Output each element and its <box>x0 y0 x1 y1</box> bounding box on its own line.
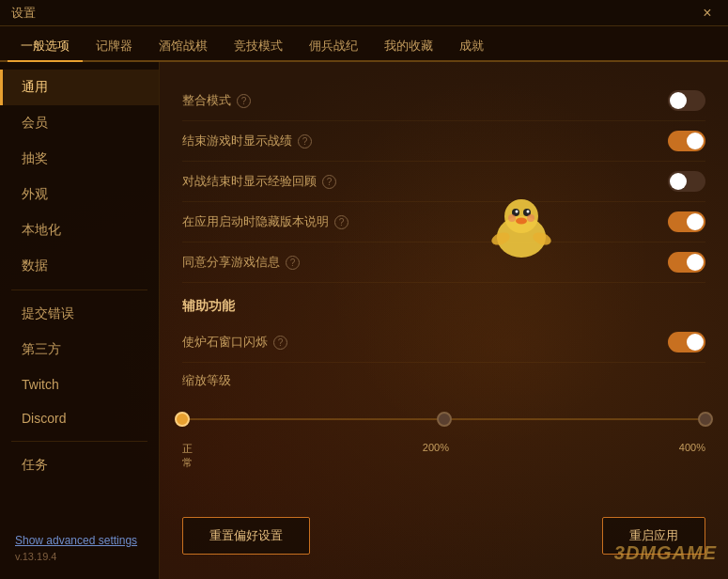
show-advanced-settings-link[interactable]: Show advanced settings <box>15 534 144 547</box>
hide-notes-toggle-knob <box>687 213 704 230</box>
forge-flash-label: 使炉石窗口闪烁 ? <box>182 334 287 351</box>
sidebar-item-membership[interactable]: 会员 <box>0 105 159 141</box>
reset-preferences-button[interactable]: 重置偏好设置 <box>182 517 310 555</box>
show-experience-toggle-knob <box>670 173 687 190</box>
sidebar-item-twitch[interactable]: Twitch <box>0 368 159 401</box>
hide-notes-toggle[interactable] <box>668 211 705 232</box>
share-info-label: 同意分享游戏信息 ? <box>182 254 300 271</box>
title-bar: 设置 × <box>0 0 728 26</box>
share-info-toggle[interactable] <box>668 252 705 273</box>
forge-flash-help-icon[interactable]: ? <box>273 336 287 350</box>
forge-flash-toggle-knob <box>687 334 704 351</box>
show-stats-label: 结束游戏时显示战绩 ? <box>182 133 312 149</box>
tab-competitive[interactable]: 竞技模式 <box>221 32 296 62</box>
sidebar-divider-2 <box>11 441 147 442</box>
zoom-slider-labels: 正 常 200% 400% <box>182 442 705 470</box>
sidebar-bottom: Show advanced settings v.13.19.4 <box>0 524 159 571</box>
window-title: 设置 <box>11 5 36 22</box>
setting-row-show-experience: 对战结束时显示经验回顾 ? <box>182 162 705 202</box>
zoom-section: 缩放等级 正 常 200% 400% <box>182 363 705 479</box>
show-stats-toggle-knob <box>687 133 704 149</box>
zoom-label-normal: 正 常 <box>182 442 193 470</box>
tab-collection[interactable]: 我的收藏 <box>371 32 446 62</box>
hide-notes-label: 在应用启动时隐藏版本说明 ? <box>182 213 349 230</box>
show-experience-toggle[interactable] <box>668 171 705 192</box>
setting-row-hide-notes: 在应用启动时隐藏版本说明 ? <box>182 202 705 243</box>
share-info-toggle-knob <box>687 254 704 271</box>
tab-achievements[interactable]: 成就 <box>446 32 497 62</box>
sidebar-item-appearance[interactable]: 外观 <box>0 177 159 212</box>
sidebar: 通用 会员 抽奖 外观 本地化 数据 提交错误 第三方 Twitch Disco… <box>0 62 160 579</box>
zoom-label: 缩放等级 <box>182 372 705 389</box>
content-area: 通用 会员 抽奖 外观 本地化 数据 提交错误 第三方 Twitch Disco… <box>0 62 728 579</box>
integration-mode-toggle-knob <box>670 92 687 109</box>
version-label: v.13.19.4 <box>15 551 144 562</box>
sidebar-item-localization[interactable]: 本地化 <box>0 212 159 248</box>
zoom-slider-container <box>182 400 705 438</box>
sidebar-item-discord[interactable]: Discord <box>0 401 159 435</box>
tab-navigation: 一般选项 记牌器 酒馆战棋 竞技模式 佣兵战纪 我的收藏 成就 <box>0 26 728 62</box>
setting-row-forge-flash: 使炉石窗口闪烁 ? <box>182 322 705 363</box>
tab-tavern[interactable]: 酒馆战棋 <box>146 32 221 62</box>
integration-mode-label: 整合模式 ? <box>182 92 251 109</box>
setting-row-share-info: 同意分享游戏信息 ? <box>182 243 705 283</box>
sidebar-divider <box>11 290 147 290</box>
sidebar-item-general[interactable]: 通用 <box>0 70 159 105</box>
integration-mode-help-icon[interactable]: ? <box>237 94 251 108</box>
zoom-slider-thumb-100[interactable] <box>175 412 190 427</box>
sidebar-item-tasks[interactable]: 任务 <box>0 447 159 483</box>
setting-row-show-stats: 结束游戏时显示战绩 ? <box>182 121 705 162</box>
sidebar-item-third-party[interactable]: 第三方 <box>0 332 159 368</box>
integration-mode-toggle[interactable] <box>668 90 705 111</box>
sidebar-item-data[interactable]: 数据 <box>0 248 159 284</box>
show-experience-help-icon[interactable]: ? <box>322 175 336 189</box>
hide-notes-help-icon[interactable]: ? <box>334 215 349 229</box>
share-info-help-icon[interactable]: ? <box>286 256 300 270</box>
tab-card-game[interactable]: 记牌器 <box>83 32 146 62</box>
setting-row-integration-mode: 整合模式 ? <box>182 81 705 121</box>
show-experience-label: 对战结束时显示经验回顾 ? <box>182 173 336 190</box>
zoom-label-400: 400% <box>679 442 705 470</box>
tab-general[interactable]: 一般选项 <box>8 32 83 62</box>
forge-flash-toggle[interactable] <box>668 332 705 352</box>
show-stats-help-icon[interactable]: ? <box>298 134 312 149</box>
zoom-label-200: 200% <box>423 442 449 470</box>
sidebar-item-report-error[interactable]: 提交错误 <box>0 296 159 332</box>
tab-mercenaries[interactable]: 佣兵战纪 <box>296 32 371 62</box>
zoom-slider-thumb-400[interactable] <box>698 412 713 427</box>
main-panel: 整合模式 ? 结束游戏时显示战绩 ? 对战结 <box>160 62 728 579</box>
section-auxiliary-header: 辅助功能 <box>182 298 705 315</box>
show-stats-toggle[interactable] <box>668 131 705 151</box>
watermark: 3DMGAME <box>614 542 717 564</box>
close-button[interactable]: × <box>698 4 717 23</box>
sidebar-item-lucky-draw[interactable]: 抽奖 <box>0 141 159 177</box>
zoom-slider-thumb-200[interactable] <box>437 412 452 427</box>
